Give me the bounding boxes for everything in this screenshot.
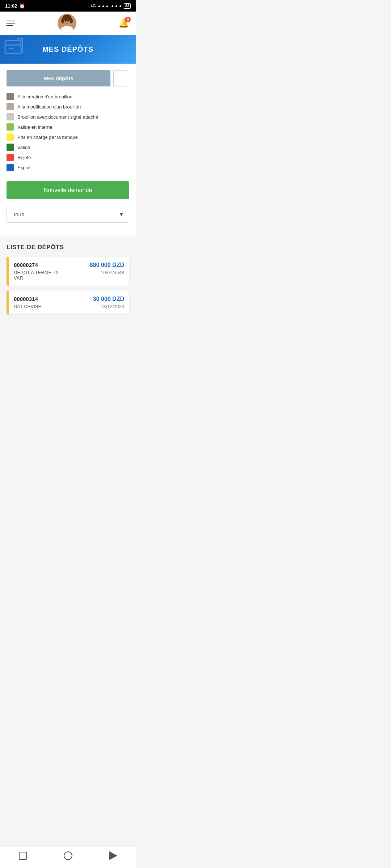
card-id-1: 00000274 — [14, 262, 38, 268]
battery-icon: 83 — [124, 3, 131, 9]
card-row-top-2: 00000314 30 000 DZD — [14, 296, 124, 302]
deposit-list-section: LISTE DE DÉPÔTS 00000274 880 000 DZD DEP… — [0, 237, 136, 327]
signal-icon2: ▲▲▲ — [110, 4, 122, 8]
legend-item-creation: A la création d'un brouillon — [7, 93, 129, 100]
card-desc-2: DAT DEVISE — [14, 304, 41, 309]
card-date-1: 16/07/5548 — [101, 270, 124, 275]
card-amount-1: 880 000 DZD — [90, 262, 124, 268]
legend-item-modification: A la modification d'un brouillon — [7, 103, 129, 110]
card-desc-1: DEPOT A TERME TXVAR — [14, 270, 59, 281]
page-banner: MES DÉPÔTS — [0, 35, 136, 64]
svg-point-9 — [68, 21, 69, 22]
list-title: LISTE DE DÉPÔTS — [7, 244, 129, 251]
legend-item-expired: Expiré — [7, 164, 129, 171]
legend-label-modification: A la modification d'un brouillon — [17, 104, 81, 110]
main-content: Mes dépôts A la création d'un brouillon … — [0, 64, 136, 237]
svg-rect-10 — [5, 41, 21, 54]
clock-icon: ⏰ — [19, 3, 25, 9]
legend-color-modification — [7, 103, 14, 110]
hamburger-menu[interactable] — [7, 21, 15, 26]
card-date-2: 18/12/2020 — [101, 304, 124, 309]
legend-color-creation — [7, 93, 14, 100]
legend-section: A la création d'un brouillon A la modifi… — [0, 86, 136, 178]
filter-wrapper: Tous En cours Validé Rejeté Expiré ▼ — [7, 206, 129, 223]
notification-badge: 0 — [125, 17, 131, 22]
legend-label-signed: Brouillon avec document signé attaché — [17, 114, 98, 120]
legend-color-bank-processing — [7, 133, 14, 141]
card-row-bottom-2: DAT DEVISE 18/12/2020 — [14, 302, 124, 309]
signal-icon: ▲▲▲ — [97, 4, 109, 8]
tab-mes-depots[interactable]: Mes dépôts — [7, 70, 110, 86]
deposit-card-1[interactable]: 00000274 880 000 DZD DEPOT A TERME TXVAR… — [7, 257, 129, 286]
legend-item-signed: Brouillon avec document signé attaché — [7, 113, 129, 120]
legend-label-validated-internal: Validé en interne — [17, 124, 52, 130]
legend-item-bank-processing: Pris en charge par la banque — [7, 133, 129, 141]
card-row-bottom-1: DEPOT A TERME TXVAR 16/07/5548 — [14, 268, 124, 281]
card-id-2: 00000314 — [14, 296, 38, 302]
avatar-image — [58, 14, 76, 33]
legend-item-validated: Validé — [7, 144, 129, 151]
legend-color-rejected — [7, 154, 14, 161]
network-label: 4G — [91, 4, 96, 8]
app-header: 🔔 0 — [0, 12, 136, 35]
legend-color-signed — [7, 113, 14, 120]
svg-point-8 — [65, 21, 66, 22]
card-amount-2: 30 000 DZD — [93, 296, 124, 302]
new-request-section: Nouvelle demande — [0, 178, 136, 206]
hamburger-line3 — [7, 25, 13, 26]
page-title: MES DÉPÔTS — [42, 45, 93, 54]
deposit-card-2[interactable]: 00000314 30 000 DZD DAT DEVISE 18/12/202… — [7, 291, 129, 314]
legend-color-validated-internal — [7, 123, 14, 131]
card-body-1: 00000274 880 000 DZD DEPOT A TERME TXVAR… — [9, 257, 129, 286]
deposit-bg-icon — [4, 37, 25, 61]
legend-item-validated-internal: Validé en interne — [7, 123, 129, 131]
legend-color-expired — [7, 164, 14, 171]
legend-item-rejected: Rejeté — [7, 154, 129, 161]
time-display: 11:02 — [5, 3, 17, 9]
legend-label-expired: Expiré — [17, 165, 31, 170]
status-bar: 11:02 ⏰ 4G ▲▲▲ ▲▲▲ 83 — [0, 0, 136, 12]
legend-label-rejected: Rejeté — [17, 155, 31, 160]
card-row-top-1: 00000274 880 000 DZD — [14, 262, 124, 268]
hamburger-line1 — [7, 21, 15, 21]
new-request-button[interactable]: Nouvelle demande — [7, 181, 129, 199]
svg-point-4 — [61, 18, 64, 24]
filter-select[interactable]: Tous En cours Validé Rejeté Expiré — [7, 206, 129, 223]
notification-bell[interactable]: 🔔 0 — [118, 18, 129, 28]
legend-label-bank-processing: Pris en charge par la banque — [17, 135, 78, 140]
card-body-2: 00000314 30 000 DZD DAT DEVISE 18/12/202… — [9, 291, 129, 314]
legend-label-creation: A la création d'un brouillon — [17, 94, 72, 99]
legend-color-validated — [7, 144, 14, 151]
svg-point-5 — [70, 18, 73, 24]
bottom-spacer — [0, 327, 136, 352]
tabs-section: Mes dépôts — [0, 64, 136, 86]
legend-label-validated: Validé — [17, 145, 30, 150]
hamburger-line2 — [7, 23, 15, 24]
tab-other[interactable] — [113, 70, 129, 86]
avatar[interactable] — [58, 14, 76, 33]
filter-section: Tous En cours Validé Rejeté Expiré ▼ — [0, 206, 136, 229]
